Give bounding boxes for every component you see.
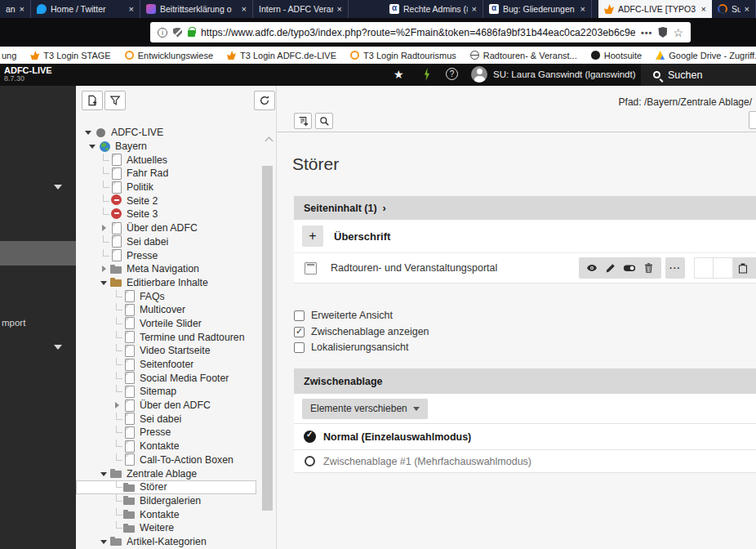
page-title[interactable]: Bildergalerien [140, 495, 201, 507]
tree-expander-icon[interactable] [98, 262, 110, 275]
view-option-row[interactable]: Erweiterte Ansicht [294, 309, 393, 322]
checkbox[interactable] [294, 310, 305, 321]
tree-expander-icon[interactable] [111, 508, 123, 521]
page-tree-node[interactable]: Call-To-Action Boxen [76, 453, 256, 467]
page-title[interactable]: Seite 3 [127, 208, 158, 220]
page-tree-node[interactable]: Artikel-Kategorien [76, 535, 256, 549]
page-tree-node[interactable]: Termine und Radtouren [76, 330, 256, 344]
backend-search[interactable]: Suchen [641, 64, 756, 86]
page-title[interactable]: Meta Navigation [127, 263, 199, 274]
page-title[interactable]: Sei dabei [127, 236, 168, 248]
page-actions-icon[interactable]: ••• [641, 28, 653, 38]
content-record-row[interactable]: Radtouren- und Veranstaltungsportal ··· [294, 253, 756, 283]
browser-tab[interactable]: Beitrittserklärung o × [140, 0, 253, 18]
browser-tab[interactable]: Bug: Gliederungen × [483, 0, 592, 18]
page-tree-node[interactable]: Kontakte [76, 440, 256, 453]
checkbox[interactable] [294, 327, 305, 337]
tab-close-icon[interactable]: × [580, 4, 585, 14]
clear-cache-bolt-icon[interactable] [423, 68, 431, 81]
tab-close-icon[interactable]: × [20, 4, 24, 14]
help-icon[interactable]: ? [446, 68, 458, 80]
edit-pencil-icon[interactable] [605, 263, 616, 274]
page-title[interactable]: Multicover [140, 304, 185, 315]
page-tree-node[interactable]: Sei dabei [76, 412, 256, 426]
clipboard-option-row[interactable]: Normal (Einzelauswahlmodus) [294, 424, 756, 450]
module-item-label[interactable]: mport [2, 318, 25, 328]
page-title[interactable]: Seitenfooter [140, 359, 193, 370]
copy-clipboard-button[interactable] [733, 257, 753, 279]
page-title[interactable]: Call-To-Action Boxen [140, 454, 233, 466]
tree-expander-icon[interactable] [111, 413, 123, 426]
browser-tab[interactable]: Rechte Admins (#5 × [384, 0, 483, 18]
bookmark-item[interactable]: Google Drive - Zugriff... [656, 51, 756, 60]
tree-expander-icon[interactable] [111, 344, 123, 357]
tab-close-icon[interactable]: × [701, 4, 706, 14]
page-tree-node[interactable]: FAQs [76, 289, 256, 303]
clipboard-option-radio[interactable] [304, 455, 316, 467]
view-option-row[interactable]: Lokalisierungsansicht [294, 341, 409, 354]
tree-expander-icon[interactable] [98, 467, 110, 480]
new-page-button[interactable] [82, 91, 103, 110]
more-actions-button[interactable]: ··· [665, 257, 685, 279]
browser-tab[interactable]: ADFC-LIVE [TYPO3 × [598, 0, 712, 18]
tree-expander-icon[interactable] [98, 249, 110, 262]
page-tree-node[interactable]: Presse [76, 248, 256, 262]
page-tree-node[interactable]: Presse [76, 426, 256, 440]
tree-expander-icon[interactable] [111, 317, 123, 330]
cut-scissors-button[interactable] [754, 257, 756, 279]
page-tree-node[interactable]: Sei dabei [76, 235, 256, 249]
tab-close-icon[interactable]: × [129, 4, 134, 14]
clipboard-option-radio[interactable] [304, 431, 316, 443]
page-tree-node[interactable]: Aktuelles [76, 153, 256, 167]
tree-expander-icon[interactable] [111, 358, 123, 371]
page-tree-node[interactable]: Seite 2 [76, 194, 256, 208]
tree-expander-icon[interactable] [111, 426, 123, 439]
page-title[interactable]: Fahr Rad [127, 167, 168, 179]
page-tree-node[interactable]: Editierbare Inhalte [76, 276, 256, 290]
tree-expander-icon[interactable] [111, 480, 123, 493]
view-option-row[interactable]: Zwischenablage anzeigen [294, 325, 429, 338]
page-title[interactable]: Kontakte [140, 509, 180, 520]
tree-expander-icon[interactable] [98, 208, 110, 221]
page-title[interactable]: Sei dabei [140, 413, 181, 425]
page-tree-node[interactable]: ADFC-LIVE [76, 126, 256, 140]
view-eye-icon[interactable] [586, 262, 598, 274]
bookmark-item[interactable]: Radtouren- & Veranst... [470, 51, 577, 60]
tree-expander-icon[interactable] [82, 126, 95, 139]
page-title[interactable]: Presse [140, 426, 171, 438]
url-bar[interactable]: i https://www.adfc.de/typo3/index.php?ro… [150, 22, 691, 42]
page-tree-node[interactable]: Bayern [76, 140, 256, 154]
url-text[interactable]: https://www.adfc.de/typo3/index.php?rout… [201, 27, 635, 38]
tab-close-icon[interactable]: × [472, 4, 477, 14]
page-tree-node[interactable]: Seitenfooter [76, 358, 256, 372]
page-tree-node[interactable]: Fahr Rad [76, 167, 256, 181]
tree-expander-icon[interactable] [98, 167, 110, 180]
page-title[interactable]: Bayern [115, 141, 147, 152]
module-group-collapse-icon[interactable] [54, 345, 62, 350]
browser-tab[interactable]: Suche × [712, 0, 756, 18]
bookmark-item[interactable]: ung [2, 51, 16, 60]
page-title[interactable]: FAQs [140, 291, 165, 302]
page-tree-node[interactable]: Über den ADFC [76, 399, 256, 413]
tree-expander-icon[interactable] [87, 140, 99, 153]
page-title[interactable]: Sitemap [140, 386, 176, 397]
logged-in-user[interactable]: SU: Laura Ganswindt (lganswindt) [493, 69, 636, 79]
page-info-icon[interactable]: i [158, 28, 167, 38]
tree-expander-icon[interactable] [98, 276, 110, 289]
tree-expander-icon[interactable] [98, 235, 110, 248]
page-tree-node[interactable]: Video Startseite [76, 344, 256, 358]
page-title[interactable]: Störer [140, 481, 167, 493]
tree-expander-icon[interactable] [98, 535, 110, 548]
tree-expander-icon[interactable] [111, 494, 123, 507]
page-title[interactable]: Zentrale Ablage [127, 468, 197, 480]
page-title[interactable]: Seite 2 [127, 195, 158, 207]
page-tree-node[interactable]: Zentrale Ablage [76, 466, 256, 480]
page-tree-node[interactable]: Vorteile Slider [76, 317, 256, 331]
tree-expander-icon[interactable] [98, 221, 110, 234]
tab-close-icon[interactable]: × [745, 4, 749, 14]
page-title[interactable]: ADFC-LIVE [111, 127, 163, 138]
checkbox[interactable] [294, 342, 305, 353]
page-tree-node[interactable]: Kontakte [76, 507, 256, 521]
bookmarks-toolbar-icon[interactable]: ★ [394, 68, 404, 81]
page-tree-node[interactable]: Politik [76, 181, 256, 194]
